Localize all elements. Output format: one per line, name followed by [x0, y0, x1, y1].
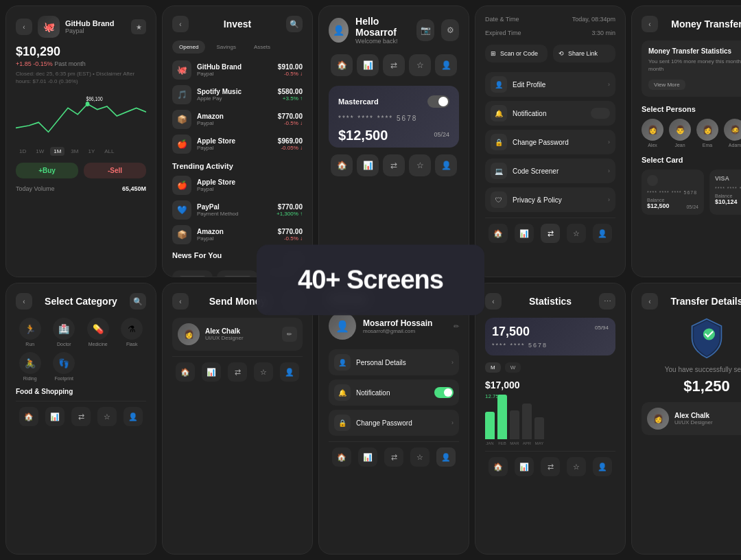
swap2-icon[interactable]: ⇄ [383, 154, 405, 176]
td-back-button[interactable]: ‹ [642, 293, 658, 310]
mastercard-toggle[interactable] [427, 95, 449, 108]
time-1y[interactable]: 1Y [84, 147, 98, 156]
settings-nav-home[interactable]: 🏠 [332, 447, 351, 467]
stock-item-amazon[interactable]: 📦 Amazon Paypal $770.00 -0.5% ↓ [172, 110, 303, 129]
profile-password-item[interactable]: 🔒 Change Password › [485, 130, 615, 154]
news-item-2[interactable]: 🇨🇳 The rise of Fintech in China [217, 270, 257, 277]
person-icon[interactable]: 👤 [435, 54, 457, 76]
cat-nav-chart[interactable]: 📊 [45, 407, 64, 426]
news-item-1[interactable]: 💰 Financial skills for successful [172, 270, 213, 277]
home2-icon[interactable]: 🏠 [331, 154, 353, 176]
settings-edit-icon[interactable]: ✏ [454, 323, 459, 330]
cat-nav-person[interactable]: 👤 [124, 407, 143, 426]
settings-nav-chart[interactable]: 📊 [358, 447, 377, 467]
profile-notification-item[interactable]: 🔔 Notification [485, 101, 615, 126]
wallet-nav-chart[interactable]: 📊 [515, 457, 534, 476]
filter-weekly[interactable]: W [505, 362, 521, 373]
chart-icon[interactable]: 📊 [357, 54, 379, 76]
nav-person[interactable]: 👤 [593, 224, 612, 243]
category-back-button[interactable]: ‹ [16, 293, 32, 310]
person2-icon[interactable]: 👤 [435, 154, 457, 176]
nav-star[interactable]: ☆ [567, 224, 586, 243]
person-adam[interactable]: 🧔 Adam [724, 119, 741, 148]
mini-card-1[interactable]: **** **** **** 5678 Balance $12,500 05/2… [642, 170, 704, 215]
wallet-menu-icon[interactable]: ⋯ [599, 293, 615, 310]
settings-notification-item[interactable]: 🔔 Notification [329, 380, 459, 406]
profile-privacy-item[interactable]: 🛡 Privacy & Policy › [485, 187, 615, 212]
time-all[interactable]: ALL [101, 147, 117, 156]
send-nav-swap[interactable]: ⇄ [228, 362, 247, 382]
wallet-nav-star[interactable]: ☆ [567, 457, 586, 476]
time-1w[interactable]: 1W [32, 147, 47, 156]
nav-chart[interactable]: 📊 [515, 224, 534, 243]
settings-password-item[interactable]: 🔒 Change Password › [329, 410, 459, 436]
person-alex[interactable]: 👩 Alex [642, 119, 663, 148]
share-link-button[interactable]: ⟲ Share Link [553, 45, 615, 62]
mini-card-2[interactable]: VISA **** **** **** $508 Balance $10,124… [709, 170, 741, 215]
star-icon[interactable]: ☆ [409, 54, 431, 76]
sell-button[interactable]: -Sell [84, 163, 146, 178]
stock-item-github[interactable]: 🐙 GitHub Brand Paypal $910.00 -0.5% ↓ [172, 60, 303, 80]
nav-swap[interactable]: ⇄ [541, 224, 560, 243]
wallet-nav-person[interactable]: 👤 [593, 457, 612, 476]
home-icon[interactable]: 🏠 [331, 54, 353, 76]
cat-nav-home[interactable]: 🏠 [19, 407, 38, 426]
cat-footprint[interactable]: 👣 Footprint [50, 352, 79, 381]
notification-toggle[interactable] [591, 108, 610, 119]
filter-monthly[interactable]: M [485, 362, 501, 373]
stock-item-apple[interactable]: 🍎 Apple Store Paypal $969.00 -0.05% ↓ [172, 135, 303, 154]
cat-flask[interactable]: ⚗ Flask [118, 318, 147, 347]
settings-personal-item[interactable]: 👤 Personal Details › [329, 349, 459, 375]
transfer-back-button[interactable]: ‹ [642, 16, 658, 32]
time-3m[interactable]: 3M [67, 147, 82, 156]
wallet-nav-swap[interactable]: ⇄ [541, 457, 560, 476]
nav-home[interactable]: 🏠 [489, 224, 508, 243]
wallet-nav-home[interactable]: 🏠 [489, 457, 508, 476]
profile-code-item[interactable]: 💻 Code Screener › [485, 159, 615, 183]
invest-back-button[interactable]: ‹ [172, 16, 189, 32]
person-jean[interactable]: 👨 Jean [669, 119, 691, 148]
cat-medicine[interactable]: 💊 Medicine [84, 318, 113, 347]
send-back-button[interactable]: ‹ [172, 293, 189, 310]
wallet-back-button[interactable]: ‹ [485, 293, 502, 310]
buy-button[interactable]: +Buy [16, 163, 78, 178]
cat-run[interactable]: 🏃 Run [16, 318, 45, 347]
time-1m[interactable]: 1M [50, 147, 64, 156]
send-person-item[interactable]: 👩 Alex Chalk UI/UX Designer ✏ [172, 318, 303, 351]
cat-nav-star[interactable]: ☆ [97, 407, 117, 426]
cat-riding[interactable]: 🚴 Riding [16, 352, 45, 381]
send-nav-star[interactable]: ☆ [254, 362, 273, 382]
trending-paypal[interactable]: 💙 PayPal Payment Method $770.00 +1,300% … [172, 200, 303, 220]
send-nav-chart[interactable]: 📊 [202, 362, 221, 382]
scan-code-button[interactable]: ⊞ Scan or Code [485, 45, 548, 62]
stock-item-spotify[interactable]: 🎵 Spotify Music Apple Pay $580.00 +3.5% … [172, 85, 303, 104]
category-search-icon[interactable]: 🔍 [130, 293, 146, 310]
camera-icon[interactable]: 📷 [416, 19, 434, 41]
view-more-button[interactable]: View More [648, 80, 685, 90]
time-1d[interactable]: 1D [16, 147, 30, 156]
back-button[interactable]: ‹ [16, 19, 32, 35]
settings-nav-star[interactable]: ☆ [410, 447, 430, 467]
favorite-button[interactable]: ★ [131, 19, 146, 34]
profile-edit-item[interactable]: 👤 Edit Profile › [485, 72, 615, 97]
settings-icon[interactable]: ⚙ [441, 19, 459, 41]
invest-tab-opened[interactable]: Opened [172, 40, 205, 54]
cat-nav-swap[interactable]: ⇄ [71, 407, 91, 426]
hello-card: 👤 Hello Mosarrof Welcome back! 📷 ⚙ 🏠 📊 ⇄… [318, 5, 469, 277]
settings-notification-toggle[interactable] [434, 387, 454, 398]
send-nav-person[interactable]: 👤 [280, 362, 299, 382]
settings-nav-person[interactable]: 👤 [436, 447, 456, 467]
settings-nav-swap[interactable]: ⇄ [384, 447, 403, 467]
chart2-icon[interactable]: 📊 [357, 154, 379, 176]
star2-icon[interactable]: ☆ [409, 154, 431, 176]
invest-tab-assets[interactable]: Assets [247, 40, 277, 54]
trending-amazon[interactable]: 📦 Amazon Paypal $770.00 -0.5% ↓ [172, 225, 303, 244]
send-edit-button[interactable]: ✏ [282, 327, 297, 342]
swap-icon[interactable]: ⇄ [383, 54, 405, 76]
send-nav-home[interactable]: 🏠 [176, 362, 195, 382]
cat-doctor[interactable]: 🏥 Doctor [50, 318, 79, 347]
invest-tab-savings[interactable]: Savings [209, 40, 242, 54]
person-ema[interactable]: 👩 Ema [696, 119, 718, 148]
trending-apple[interactable]: 🍎 Apple Store Paypal [172, 176, 303, 195]
invest-search-icon[interactable]: 🔍 [286, 16, 303, 32]
